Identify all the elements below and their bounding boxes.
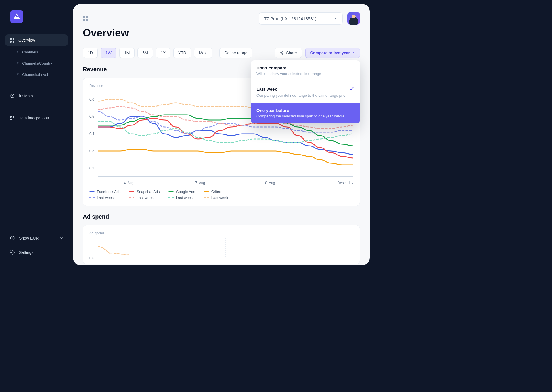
sidebar-item-label: Overview: [18, 38, 35, 43]
compare-label: Compare to last year: [310, 51, 350, 55]
gear-icon: [10, 250, 15, 255]
sidebar-item-insights[interactable]: Insights: [5, 90, 68, 102]
sidebar-item-overview[interactable]: Overview: [5, 34, 68, 46]
x-tick: 4. Aug: [124, 181, 134, 185]
sidebar-item-label: Channels: [22, 50, 38, 54]
y-tick: 0.6: [89, 97, 94, 101]
legend-item[interactable]: Last week: [168, 196, 195, 200]
sidebar-item-label: Channels/Level: [22, 72, 48, 77]
hash-icon: #: [17, 50, 19, 54]
compare-dropdown: Don't compare Will just show your select…: [251, 60, 360, 123]
legend-item[interactable]: Snapchat Ads: [129, 190, 160, 194]
compare-option-title: One year before: [256, 108, 289, 113]
share-label: Share: [286, 51, 297, 55]
app-logo: [10, 10, 23, 23]
revenue-legend: Facebook AdsLast weekSnapchat AdsLast we…: [89, 190, 353, 200]
share-button[interactable]: Share: [275, 48, 302, 58]
sidebar-item-label: Data integrations: [18, 116, 49, 120]
chevron-down-icon: [60, 236, 63, 240]
share-icon: [280, 51, 284, 55]
compare-option-title: Don't compare: [256, 65, 286, 70]
svg-point-1: [12, 95, 13, 97]
range-ytd[interactable]: YTD: [173, 48, 191, 58]
compare-option-desc: Comparing the selected time span to one …: [256, 114, 354, 118]
legend-item[interactable]: Criteo: [204, 190, 228, 194]
hash-icon: #: [17, 72, 19, 77]
adspend-card: Ad spend 0.6: [83, 225, 360, 264]
y-tick: 0.3: [89, 149, 94, 153]
settings-label: Settings: [19, 250, 34, 255]
svg-text:€: €: [12, 237, 13, 240]
user-avatar[interactable]: [347, 12, 360, 25]
section-title-adspend: Ad spend: [83, 213, 360, 220]
legend-item[interactable]: Facebook Ads: [89, 190, 120, 194]
range-1m[interactable]: 1M: [119, 48, 135, 58]
page-title: Overview: [83, 27, 360, 39]
sidebar-item-data-integrations[interactable]: Data integrations: [5, 112, 68, 124]
x-tick: 10. Aug: [263, 181, 275, 185]
main-nav: Overview # Channels # Channels/Country #…: [5, 34, 68, 232]
y-tick: 0.4: [89, 132, 94, 136]
sidebar-item-channels-country[interactable]: # Channels/Country: [5, 58, 68, 68]
legend-item[interactable]: Last week: [89, 196, 120, 200]
check-icon: [349, 86, 354, 92]
compare-option-desc: Comparing your defined range to the same…: [256, 93, 354, 98]
grid-icon: [10, 38, 14, 43]
chart-axis-label: Ad spend: [89, 231, 353, 235]
sidebar-item-label: Insights: [19, 94, 33, 98]
sidebar-item-label: Channels/Country: [22, 61, 52, 65]
define-range-button[interactable]: Define range: [219, 48, 252, 58]
range-1w[interactable]: 1W: [101, 48, 116, 58]
y-tick: 0.5: [89, 115, 94, 119]
legend-item[interactable]: Last week: [129, 196, 160, 200]
sidebar-item-channels-level[interactable]: # Channels/Level: [5, 69, 68, 80]
hash-icon: #: [17, 61, 19, 65]
range-6m[interactable]: 6M: [137, 48, 153, 58]
y-tick: 0.6: [89, 256, 94, 260]
account-selected-label: 77 Prod (LA-12312413531): [264, 16, 317, 21]
insights-icon: [10, 93, 15, 99]
integrations-icon: [10, 116, 14, 120]
x-tick: 7. Aug: [195, 181, 205, 185]
compare-option-one-year[interactable]: One year before Comparing the selected t…: [251, 103, 360, 123]
sidebar-item-channels[interactable]: # Channels: [5, 47, 68, 57]
legend-item[interactable]: Google Ads: [168, 190, 195, 194]
range-1y[interactable]: 1Y: [156, 48, 170, 58]
currency-switcher[interactable]: € Show EUR: [5, 232, 68, 244]
currency-label: Show EUR: [19, 236, 39, 240]
sidebar-item-settings[interactable]: Settings: [5, 246, 68, 258]
caret-down-icon: [352, 51, 355, 54]
adspend-chart: 0.6: [89, 238, 353, 258]
main-content: 77 Prod (LA-12312413531) Overview 1D 1W …: [73, 4, 370, 265]
x-tick: Yesterday: [338, 181, 353, 185]
y-tick: 0.2: [89, 166, 94, 170]
range-1d[interactable]: 1D: [83, 48, 98, 58]
apps-icon[interactable]: [83, 16, 88, 21]
compare-button[interactable]: Compare to last year: [305, 48, 360, 58]
sidebar: Overview # Channels # Channels/Country #…: [0, 0, 73, 265]
account-selector[interactable]: 77 Prod (LA-12312413531): [259, 12, 343, 25]
time-range-group: 1D 1W 1M 6M 1Y YTD Max. Define range: [83, 48, 252, 58]
legend-item[interactable]: Last week: [204, 196, 228, 200]
compare-option-desc: Will just show your selected time range: [256, 72, 354, 76]
compare-option-last-week[interactable]: Last week Comparing your defined range t…: [251, 81, 360, 103]
euro-icon: €: [10, 235, 15, 241]
range-max[interactable]: Max.: [194, 48, 212, 58]
svg-point-4: [12, 252, 13, 253]
compare-option-none[interactable]: Don't compare Will just show your select…: [251, 60, 360, 81]
compare-option-title: Last week: [256, 87, 277, 92]
chevron-down-icon: [334, 17, 337, 20]
